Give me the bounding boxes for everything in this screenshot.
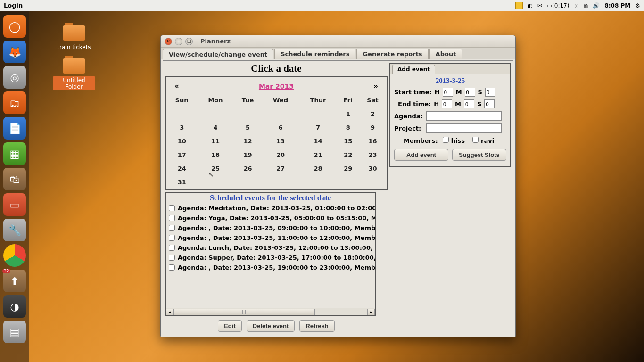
suggest-slots-button[interactable]: Suggest Slots [452, 149, 506, 161]
titlebar[interactable]: × ‒ □ Plannerz [161, 35, 515, 48]
event-row[interactable]: Agenda: , Date: 2013-03-25, 19:00:00 to … [166, 263, 375, 272]
scroll-right-icon[interactable]: ▸ [367, 309, 375, 315]
cal-cell[interactable]: 16 [359, 134, 387, 148]
event-checkbox[interactable] [169, 225, 175, 231]
event-checkbox[interactable] [169, 215, 175, 221]
events-hscroll[interactable]: ◂ ▸ [166, 308, 375, 315]
bluetooth-icon[interactable]: ⚹ [574, 2, 578, 9]
cal-cell[interactable]: 13 [262, 134, 298, 148]
updates-icon[interactable]: ⬆32 [3, 270, 26, 292]
cal-cell[interactable]: 15 [337, 134, 359, 148]
minimize-icon[interactable]: ‒ [175, 38, 182, 45]
cal-prev-button[interactable]: « [174, 82, 179, 90]
cal-cell[interactable]: 4 [198, 121, 233, 134]
software-center-icon[interactable]: 🛍 [3, 168, 26, 190]
chrome-icon[interactable] [3, 244, 26, 267]
cal-cell[interactable]: 1 [337, 107, 359, 121]
cal-cell[interactable]: 25 [198, 162, 233, 175]
network-icon[interactable]: ◐ [528, 2, 532, 9]
tab-about[interactable]: About [429, 49, 462, 59]
cal-cell[interactable]: 26 [233, 162, 263, 175]
start-s-input[interactable] [485, 88, 495, 97]
cal-cell[interactable]: 5 [233, 121, 263, 134]
chromium-icon[interactable]: ◎ [3, 66, 26, 89]
desktop-folder-untitled[interactable]: Untitled Folder [53, 56, 95, 90]
tab-view-schedule[interactable]: View/schedule/change event [163, 49, 273, 59]
mail-icon[interactable]: ✉ [537, 2, 542, 9]
gear-icon[interactable]: ⚙ [635, 2, 640, 9]
maximize-icon[interactable]: □ [185, 38, 193, 45]
event-row[interactable]: Agenda: , Date: 2013-03-25, 09:00:00 to … [166, 223, 375, 233]
cal-cell[interactable]: 21 [299, 148, 338, 162]
eclipse-icon[interactable]: ◑ [3, 295, 26, 318]
cal-cell[interactable]: 23 [359, 148, 387, 162]
desktop-folder-traintickets[interactable]: train tickets [53, 23, 95, 51]
impress-icon[interactable]: ▭ [3, 193, 26, 216]
end-m-input[interactable] [464, 99, 474, 108]
cal-cell[interactable]: 3 [166, 121, 198, 134]
settings-icon[interactable]: 🔧 [3, 219, 26, 241]
cal-cell[interactable]: 11 [198, 134, 233, 148]
edit-button[interactable]: Edit [218, 320, 242, 332]
cal-cell[interactable]: 28 [299, 162, 338, 175]
cal-cell[interactable]: 2 [359, 107, 387, 121]
cal-cell[interactable]: 22 [337, 148, 359, 162]
wifi-icon[interactable]: ⋒ [583, 2, 588, 9]
member-hiss-checkbox[interactable] [443, 137, 449, 143]
event-row[interactable]: Agenda: Lunch, Date: 2013-03-25, 12:00:0… [166, 243, 375, 253]
cal-cell[interactable]: 8 [337, 121, 359, 134]
close-icon[interactable]: × [165, 38, 172, 45]
event-checkbox[interactable] [169, 245, 175, 251]
cal-cell[interactable]: 20 [262, 148, 298, 162]
cal-cell[interactable]: 27 [262, 162, 298, 175]
project-input[interactable] [426, 123, 502, 133]
delete-event-button[interactable]: Delete event [247, 320, 295, 332]
cal-cell[interactable]: 6 [262, 121, 298, 134]
sound-icon[interactable]: 🔊 [593, 2, 600, 9]
tab-reports[interactable]: Generate reports [356, 49, 428, 59]
tab-add-event[interactable]: Add event [392, 65, 435, 74]
cal-month-label[interactable]: Mar 2013 [259, 82, 294, 90]
scroll-left-icon[interactable]: ◂ [166, 309, 173, 315]
battery-icon[interactable]: ▭ (0:17) [547, 2, 570, 9]
cal-cell[interactable]: 12 [233, 134, 263, 148]
member-ravi-checkbox[interactable] [472, 137, 479, 143]
cal-cell[interactable]: 18 [198, 148, 233, 162]
event-checkbox[interactable] [169, 205, 175, 211]
event-checkbox[interactable] [169, 235, 175, 241]
cal-cell[interactable]: 29 [337, 162, 359, 175]
event-row[interactable]: Agenda: Meditation, Date: 2013-03-25, 01… [166, 203, 375, 213]
start-m-input[interactable] [465, 88, 475, 97]
dash-icon[interactable]: ◯ [3, 15, 26, 38]
cal-cell[interactable]: 9 [359, 121, 387, 134]
cal-cell[interactable]: 24 [166, 162, 198, 175]
cal-next-button[interactable]: » [373, 82, 378, 90]
cal-cell[interactable]: 31 [166, 175, 198, 189]
add-event-button[interactable]: Add event [394, 149, 448, 161]
notify-icon[interactable] [515, 2, 523, 9]
cal-cell[interactable]: 10 [166, 134, 198, 148]
event-row[interactable]: Agenda: Yoga, Date: 2013-03-25, 05:00:00… [166, 213, 375, 223]
tab-reminders[interactable]: Schedule reminders [274, 49, 355, 59]
clock[interactable]: 8:08 PM [604, 2, 630, 9]
firefox-icon[interactable]: 🦊 [3, 41, 26, 63]
end-s-input[interactable] [484, 99, 495, 108]
event-row[interactable]: Agenda: Supper, Date: 2013-03-25, 17:00:… [166, 253, 375, 263]
files-icon[interactable]: 🗂 [3, 91, 26, 114]
cal-cell[interactable]: 7 [299, 121, 338, 134]
event-row[interactable]: Agenda: , Date: 2013-03-25, 11:00:00 to … [166, 233, 375, 243]
cal-cell[interactable]: 19 [233, 148, 263, 162]
device-icon[interactable]: ▤ [3, 321, 26, 343]
scroll-thumb[interactable] [173, 309, 315, 315]
cal-cell[interactable]: 30 [359, 162, 387, 175]
agenda-input[interactable] [426, 111, 502, 121]
end-h-input[interactable] [442, 99, 452, 108]
writer-icon[interactable]: 📄 [3, 117, 26, 140]
start-h-input[interactable] [443, 88, 453, 97]
event-checkbox[interactable] [169, 255, 175, 261]
refresh-button[interactable]: Refresh [299, 320, 334, 332]
event-checkbox[interactable] [169, 264, 175, 271]
calc-icon[interactable]: ▦ [3, 142, 26, 165]
cal-cell[interactable]: 17 [166, 148, 198, 162]
cal-cell[interactable]: 14 [299, 134, 338, 148]
